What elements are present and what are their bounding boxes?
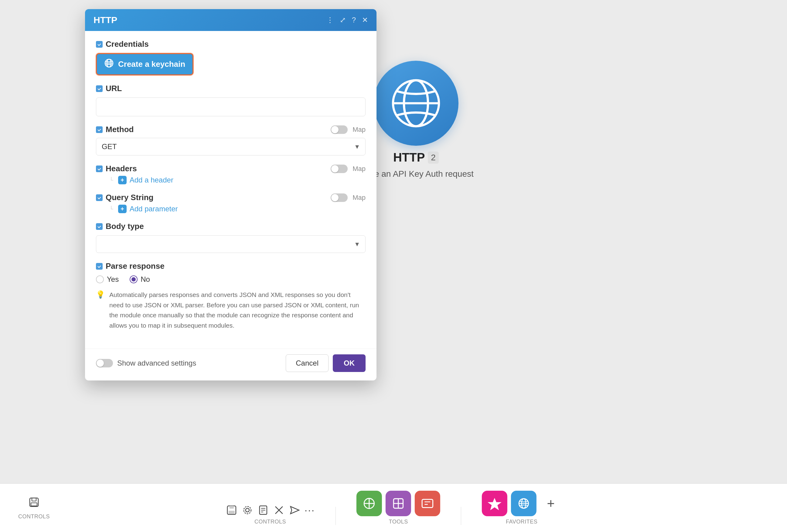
modal-header-actions: ⋮ ⤢ ? ✕ [326, 16, 368, 24]
tools-icons [357, 491, 440, 516]
url-input[interactable] [96, 98, 366, 116]
method-header: Method [96, 125, 134, 134]
keychain-globe-icon [104, 58, 114, 70]
controls-label: CONTROLS [18, 513, 50, 520]
add-param-row[interactable]: └ + Add parameter [96, 202, 366, 213]
credentials-section: Credentials Create a keychain [96, 40, 366, 75]
query-map-label: Map [353, 194, 366, 201]
tools-purple-icon [390, 495, 406, 511]
credentials-header: Credentials [96, 40, 366, 49]
headers-map-toggle[interactable] [331, 165, 348, 173]
toolbar-add-btn[interactable]: + [540, 493, 561, 514]
favorites-blue-icon [516, 495, 532, 511]
toolbar-save-btn[interactable] [226, 504, 238, 516]
radio-no-label: No [141, 275, 150, 284]
save-icon [28, 496, 40, 511]
http-badge: 2 [428, 151, 439, 164]
body-type-checkbox[interactable] [96, 223, 103, 230]
favorites-blue-btn[interactable] [511, 491, 536, 516]
query-label: Query String [106, 193, 153, 202]
cancel-button[interactable]: Cancel [286, 354, 328, 372]
url-header: URL [96, 84, 366, 93]
credentials-label: Credentials [106, 40, 149, 49]
tools-icon [273, 504, 285, 516]
radio-no-outer [130, 275, 137, 283]
footer-actions: Cancel OK [286, 354, 366, 372]
query-map-toggle[interactable] [331, 193, 348, 202]
headers-section: Headers Map └ + Add a header [96, 164, 366, 184]
svg-rect-7 [32, 498, 36, 501]
add-param-label: Add parameter [130, 205, 178, 213]
http-title-row: HTTP 2 [393, 151, 439, 164]
info-bulb-icon: 💡 [96, 290, 105, 331]
svg-rect-11 [229, 511, 235, 514]
ok-button[interactable]: OK [333, 354, 366, 372]
tools-green-btn[interactable] [357, 491, 382, 516]
query-checkbox[interactable] [96, 194, 103, 201]
parse-response-header: Parse response [96, 261, 366, 271]
toolbar-center-group: ··· CONTROLS [226, 491, 561, 525]
favorites-bottom-label: FAVORITES [506, 519, 537, 525]
url-checkbox[interactable] [96, 85, 103, 92]
method-section: Method Map GET ▼ [96, 125, 366, 155]
method-dropdown[interactable]: GET [96, 138, 366, 155]
parse-response-checkbox[interactable] [96, 263, 103, 270]
svg-rect-27 [422, 499, 433, 507]
close-icon[interactable]: ✕ [362, 16, 368, 24]
http-icon-circle [374, 61, 459, 146]
radio-yes-outer [96, 275, 104, 283]
credentials-checkbox[interactable] [96, 41, 103, 48]
modal-body: Credentials Create a keychain [85, 31, 377, 348]
favorites-icons: + [482, 491, 561, 516]
method-value: GET [102, 143, 116, 151]
plus-icon: + [547, 496, 555, 511]
modal-header: HTTP ⋮ ⤢ ? ✕ [85, 9, 377, 31]
toolbar-scissors-btn[interactable] [273, 504, 285, 516]
create-keychain-button[interactable]: Create a keychain [96, 53, 193, 75]
parse-response-radio-group: Yes No [96, 275, 366, 284]
tools-red-btn[interactable] [415, 491, 440, 516]
toolbar-note-btn[interactable] [257, 504, 269, 516]
headers-label: Headers [106, 164, 137, 173]
controls-icons: ··· [226, 504, 315, 516]
method-map-toggle[interactable] [331, 125, 348, 134]
gear-icon [241, 504, 254, 516]
send-icon [289, 504, 301, 516]
bottom-toolbar: CONTROLS [0, 484, 787, 532]
favorites-pink-btn[interactable] [482, 491, 507, 516]
toolbar-item-save[interactable]: CONTROLS [18, 496, 50, 520]
add-header-label: Add a header [130, 176, 173, 184]
toolbar-separator [336, 507, 336, 525]
url-section: URL [96, 84, 366, 116]
svg-point-12 [246, 508, 249, 512]
advanced-toggle[interactable] [96, 359, 113, 367]
svg-point-13 [244, 507, 251, 514]
favorites-pink-icon [487, 495, 503, 511]
headers-header: Headers [96, 164, 137, 173]
radio-yes[interactable]: Yes [96, 275, 119, 284]
controls-group: ··· CONTROLS [226, 504, 315, 525]
radio-no[interactable]: No [130, 275, 150, 284]
tools-bottom-label: TOOLS [389, 519, 408, 525]
toolbar-send-btn[interactable] [289, 504, 301, 516]
toolbar-center-icons: ··· CONTROLS [226, 491, 561, 525]
headers-map-row: Map [331, 165, 366, 173]
toolbar-item-controls: ··· CONTROLS [226, 491, 561, 525]
method-checkbox[interactable] [96, 126, 103, 133]
body-type-dropdown[interactable] [96, 235, 366, 253]
radio-no-inner [131, 277, 136, 281]
expand-icon[interactable]: ⤢ [340, 16, 346, 24]
parse-response-info: 💡 Automatically parses responses and con… [96, 289, 366, 332]
toolbar-gear-btn[interactable] [241, 504, 254, 516]
svg-marker-20 [291, 507, 299, 514]
toolbar-more-btn[interactable]: ··· [304, 504, 315, 516]
headers-checkbox[interactable] [96, 166, 103, 172]
note-icon [257, 504, 269, 516]
tools-purple-btn[interactable] [386, 491, 411, 516]
keychain-btn-label: Create a keychain [118, 60, 185, 69]
parse-response-section: Parse response Yes No 💡 Automatically pa… [96, 261, 366, 332]
tools-red-icon [420, 495, 435, 511]
more-options-icon[interactable]: ⋮ [326, 16, 334, 24]
add-header-row[interactable]: └ + Add a header [96, 173, 366, 184]
help-icon[interactable]: ? [352, 16, 356, 24]
